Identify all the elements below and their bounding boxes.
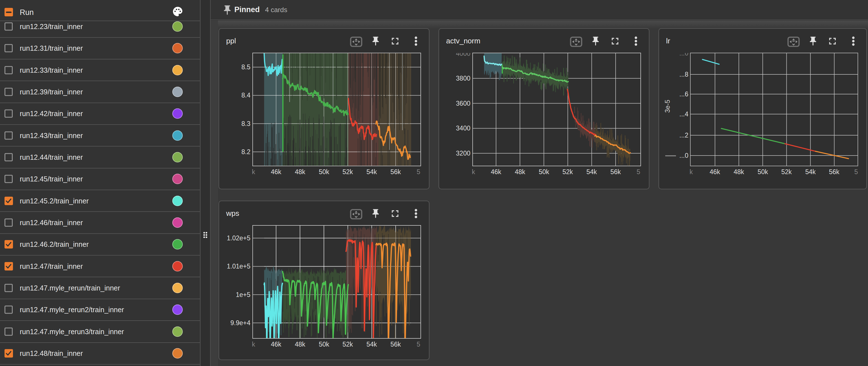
svg-text:4000: 4000 [456,50,470,57]
svg-text:1e+5: 1e+5 [236,291,250,298]
svg-text:52k: 52k [342,341,353,348]
svg-text:48k: 48k [295,341,305,348]
svg-text:k: k [689,168,693,175]
svg-text:5: 5 [417,168,421,175]
svg-text:52k: 52k [342,168,353,175]
svg-text:...0: ...0 [679,49,688,57]
svg-text:48k: 48k [295,168,305,175]
svg-text:...4: ...4 [679,110,688,118]
svg-text:8.4: 8.4 [241,92,250,99]
svg-text:54k: 54k [805,168,816,175]
svg-text:...2: ...2 [679,132,688,139]
svg-text:50k: 50k [319,341,330,348]
svg-text:54k: 54k [366,341,377,348]
svg-text:46k: 46k [710,168,720,175]
svg-text:k: k [252,341,255,348]
svg-text:50k: 50k [319,168,330,175]
svg-text:52k: 52k [562,168,573,175]
svg-text:50k: 50k [757,168,768,175]
svg-text:46k: 46k [491,168,501,175]
svg-text:3600: 3600 [456,100,470,107]
svg-text:1.01e+5: 1.01e+5 [227,263,250,270]
svg-text:k: k [472,168,475,175]
svg-text:3e-5: 3e-5 [664,100,671,113]
svg-text:56k: 56k [390,341,401,348]
svg-text:52k: 52k [781,168,792,175]
svg-text:8.3: 8.3 [241,120,250,127]
svg-text:5: 5 [855,168,858,175]
svg-text:9.9e+4: 9.9e+4 [230,319,250,327]
svg-text:k: k [252,168,255,175]
svg-text:48k: 48k [734,168,744,175]
svg-text:56k: 56k [390,168,401,175]
svg-text:8.2: 8.2 [241,148,250,156]
svg-text:46k: 46k [271,341,281,348]
svg-text:54k: 54k [366,168,377,175]
svg-text:3200: 3200 [456,149,470,157]
svg-text:...6: ...6 [679,91,688,98]
svg-text:56k: 56k [610,168,621,175]
svg-text:3800: 3800 [456,75,470,82]
svg-text:48k: 48k [515,168,525,175]
svg-text:56k: 56k [829,168,839,175]
svg-text:8.5: 8.5 [241,63,250,71]
svg-text:...0: ...0 [679,152,688,159]
svg-text:54k: 54k [586,168,597,175]
svg-text:50k: 50k [538,168,549,175]
svg-text:1.02e+5: 1.02e+5 [227,234,250,242]
svg-text:46k: 46k [271,168,281,175]
svg-text:5: 5 [417,341,421,348]
svg-text:3400: 3400 [456,125,470,132]
svg-text:5: 5 [637,168,641,175]
svg-text:...8: ...8 [679,71,688,78]
